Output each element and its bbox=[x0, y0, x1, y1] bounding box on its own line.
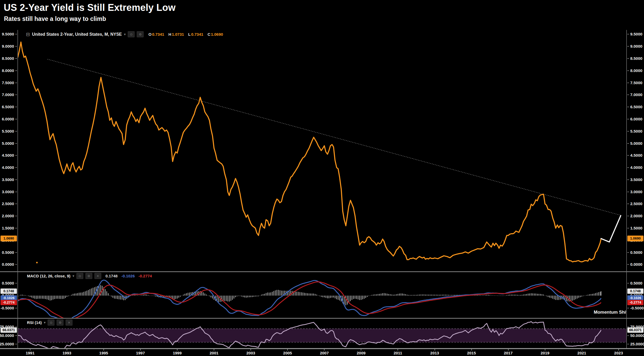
ohlc-open-key: O bbox=[148, 32, 152, 37]
y-axis-label: 4.5000 bbox=[2, 153, 14, 158]
axis-tick-mark bbox=[627, 34, 629, 34]
rsi-axis-right[interactable]: 75.000050.000025.000066.0371 bbox=[626, 319, 644, 348]
macd-title[interactable]: MACD (12, 26, close, 9) bbox=[27, 274, 70, 278]
y-axis-label: 7.5000 bbox=[630, 80, 642, 85]
y-axis-label: 2.5000 bbox=[630, 201, 642, 206]
axis-tick-mark bbox=[15, 204, 17, 204]
symbol-title[interactable]: United States 2-Year, United States, M, … bbox=[32, 32, 122, 37]
price-badge: 1.0690 bbox=[627, 236, 643, 241]
x-axis-tick-mark bbox=[435, 349, 435, 350]
projection-arrow[interactable] bbox=[601, 215, 621, 242]
x-axis-year-label: 2017 bbox=[501, 351, 515, 355]
ohlc-readout: O0.7341 H1.0731 L0.7341 C1.0690 bbox=[148, 32, 223, 37]
y-axis-label: 0.5000 bbox=[630, 250, 642, 255]
yield-line[interactable] bbox=[18, 35, 601, 262]
price-axis-right[interactable]: 9.50009.00008.50008.00007.50007.00006.50… bbox=[626, 30, 644, 271]
axis-tick-mark bbox=[627, 216, 629, 216]
rsi-band-fill bbox=[18, 329, 626, 342]
y-axis-label: 6.0000 bbox=[630, 117, 642, 121]
y-axis-label: 9.5000 bbox=[2, 32, 14, 37]
ohlc-high-value: 1.0731 bbox=[172, 32, 184, 37]
axis-tick-mark bbox=[15, 283, 17, 283]
price-badge: 0.1748 bbox=[1, 289, 17, 294]
y-axis-label: 4.0000 bbox=[630, 165, 642, 170]
y-axis-label: 4.5000 bbox=[630, 153, 642, 158]
axis-tick-mark bbox=[15, 83, 17, 83]
y-axis-label: 3.5000 bbox=[2, 177, 14, 182]
macd-plot[interactable]: MACD (12, 26, close, 9) ▾ ⊙ ⚙ ✕ 0.1748 -… bbox=[18, 272, 626, 318]
macd-signal-line bbox=[18, 282, 601, 318]
gear-icon[interactable]: ⚙ bbox=[137, 31, 144, 37]
y-axis-label: 8.5000 bbox=[2, 56, 14, 61]
close-icon[interactable]: ✕ bbox=[66, 319, 72, 326]
rsi-plot[interactable]: RSI (14) ▾ ⊙ ⚙ ✕ 66.0371 bbox=[18, 319, 626, 348]
x-axis-tick-mark bbox=[545, 349, 545, 350]
gear-icon[interactable]: ⚙ bbox=[57, 319, 63, 326]
axis-tick-mark bbox=[15, 155, 17, 156]
axis-tick-mark bbox=[627, 143, 629, 144]
axis-tick-mark bbox=[627, 264, 629, 265]
dropdown-caret-icon[interactable]: ▾ bbox=[44, 321, 46, 325]
axis-tick-mark bbox=[15, 308, 17, 308]
y-axis-label: 9.0000 bbox=[2, 44, 14, 49]
x-axis-year-label: 2013 bbox=[428, 351, 442, 355]
x-axis-tick-mark bbox=[618, 349, 619, 350]
eye-icon[interactable]: ⊙ bbox=[76, 273, 83, 279]
axis-tick-mark bbox=[627, 58, 629, 59]
macd-line-value: -0.1026 bbox=[121, 274, 135, 278]
axis-tick-mark bbox=[15, 264, 17, 265]
rsi-pane-row: 75.000050.000025.000066.0371 RSI (14) ▾ … bbox=[0, 318, 644, 348]
price-axis-left[interactable]: 9.50009.00008.50008.00007.50007.00006.50… bbox=[0, 30, 18, 271]
gear-icon[interactable]: ⚙ bbox=[85, 273, 92, 279]
y-axis-label: 1.5000 bbox=[2, 226, 14, 231]
axis-tick-mark bbox=[627, 228, 629, 228]
macd-axis-left[interactable]: 0.50000.0000-0.50000.1748-0.1026-0.2774 bbox=[0, 272, 18, 318]
x-axis-year-label: 2019 bbox=[538, 351, 552, 355]
ohlc-open-value: 0.7341 bbox=[152, 32, 164, 37]
x-axis-year-label: 2003 bbox=[244, 351, 258, 355]
x-axis-tick-mark bbox=[250, 349, 251, 350]
y-axis-label: 25.0000 bbox=[0, 342, 14, 346]
axis-tick-mark bbox=[15, 252, 17, 253]
y-axis-label: 0.5000 bbox=[630, 281, 642, 286]
axis-tick-mark bbox=[627, 344, 629, 344]
rsi-axis-left[interactable]: 75.000050.000025.000066.0371 bbox=[0, 319, 18, 348]
axis-tick-mark bbox=[15, 228, 17, 228]
macd-line bbox=[18, 280, 601, 318]
momentum-shifts-annotation[interactable]: Momentum Shifts bbox=[594, 310, 626, 315]
price-plot[interactable]: ⊟ United States 2-Year, United States, M… bbox=[18, 30, 626, 271]
y-axis-label: 9.0000 bbox=[630, 44, 642, 49]
axis-tick-mark bbox=[627, 308, 629, 308]
eye-icon[interactable]: ⊙ bbox=[48, 319, 54, 326]
y-axis-label: 6.5000 bbox=[2, 105, 14, 109]
main-legend: ⊟ United States 2-Year, United States, M… bbox=[26, 31, 223, 37]
ohlc-high-key: H bbox=[168, 32, 171, 37]
x-axis-year-label: 2005 bbox=[281, 351, 294, 355]
y-axis-label: 3.0000 bbox=[630, 190, 642, 194]
y-axis-label: 50.0000 bbox=[0, 333, 14, 338]
dropdown-caret-icon[interactable]: ▾ bbox=[124, 32, 126, 36]
macd-axis-right[interactable]: 0.50000.0000-0.50000.1748-0.1026-0.2774 bbox=[626, 272, 644, 318]
y-axis-label: -0.5000 bbox=[630, 306, 644, 310]
time-axis[interactable]: 1991199319951997199920012003200520072009… bbox=[0, 348, 644, 356]
y-axis-label: 5.0000 bbox=[2, 141, 14, 146]
x-axis-tick-mark bbox=[361, 349, 361, 350]
y-axis-label: 6.0000 bbox=[2, 117, 14, 121]
collapse-icon[interactable]: ⊟ bbox=[26, 32, 30, 37]
close-icon[interactable]: ✕ bbox=[94, 273, 101, 279]
dropdown-caret-icon[interactable]: ▾ bbox=[72, 274, 74, 278]
rsi-title[interactable]: RSI (14) bbox=[27, 320, 42, 325]
page-title: US 2-Year Yield is Still Extremely Low bbox=[4, 2, 176, 13]
axis-tick-mark bbox=[627, 192, 629, 192]
x-axis-tick-mark bbox=[287, 349, 288, 350]
ohlc-low-key: L bbox=[188, 32, 191, 37]
eye-icon[interactable]: ⊙ bbox=[128, 31, 135, 37]
x-axis-tick-mark bbox=[471, 349, 472, 350]
y-axis-label: 8.5000 bbox=[630, 56, 642, 61]
x-axis-year-label: 2009 bbox=[354, 351, 368, 355]
x-axis-year-label: 1991 bbox=[23, 351, 37, 355]
x-axis-tick-mark bbox=[103, 349, 104, 350]
chart-header: US 2-Year Yield is Still Extremely Low R… bbox=[0, 0, 644, 30]
descending-trendline[interactable] bbox=[48, 59, 621, 215]
page-subtitle: Rates still have a long way to climb bbox=[4, 15, 106, 22]
